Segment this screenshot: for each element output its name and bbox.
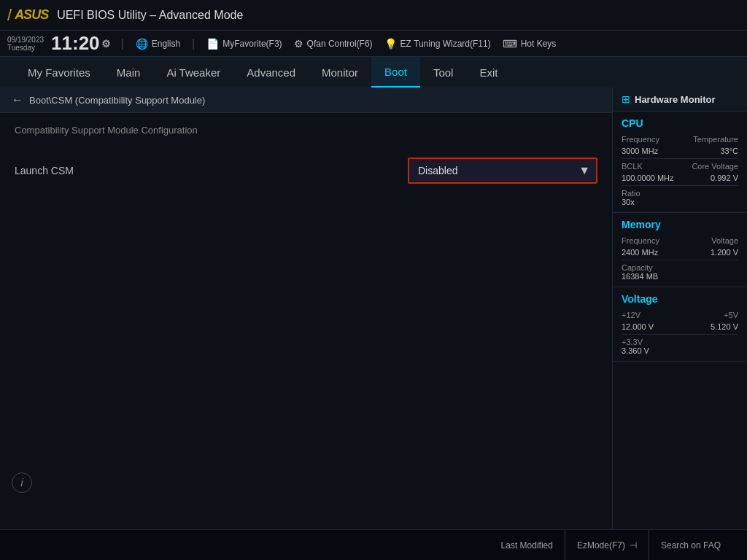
cpu-temp-value: 33°C [720, 147, 738, 155]
mem-capacity-value: 16384 MB [622, 272, 738, 281]
launch-csm-label: Launch CSM [15, 165, 408, 176]
memory-section: Memory Frequency Voltage 2400 MHz 1.200 … [613, 213, 747, 287]
ez-mode-icon: ⊣ [630, 540, 637, 551]
cpu-corevoltage-value: 0.992 V [711, 174, 738, 182]
cpu-freq-label: Frequency [622, 135, 659, 144]
cpu-temp-label: Temperature [693, 135, 738, 144]
language-selector[interactable]: 🌐 English [130, 35, 186, 52]
date-text: 09/19/2023 [7, 36, 44, 44]
hw-monitor-header: ⊞ Hardware Monitor [613, 88, 747, 112]
date-section: 09/19/2023 Tuesday [7, 36, 44, 52]
mem-capacity-label: Capacity [622, 263, 738, 272]
qfan-label: Qfan Control(F6) [307, 39, 373, 49]
mem-freq-label: Frequency [622, 236, 659, 245]
hot-keys-button[interactable]: ⌨ Hot Keys [497, 35, 562, 52]
cpu-corevoltage-label: Core Voltage [692, 162, 738, 171]
mem-freq-row: Frequency Voltage [622, 236, 738, 245]
hw-monitor-title: Hardware Monitor [635, 94, 716, 105]
voltage-12-row: +12V +5V [622, 311, 738, 319]
config-row-launch-csm: Launch CSM Disabled Enabled ▼ [15, 150, 597, 191]
day-text: Tuesday [7, 44, 44, 52]
nav-ai-tweaker[interactable]: Ai Tweaker [153, 57, 233, 88]
time-display: 11:20 ⚙ [51, 32, 111, 55]
config-section: Compatibility Support Module Configurati… [0, 113, 612, 203]
voltage-12v-value: 12.000 V [622, 322, 654, 331]
divider-1: | [121, 37, 124, 50]
main-nav: My Favorites Main Ai Tweaker Advanced Mo… [0, 57, 747, 88]
nav-ai-tweaker-label: Ai Tweaker [166, 66, 220, 79]
nav-boot[interactable]: Boot [371, 57, 420, 88]
globe-icon: 🌐 [136, 38, 148, 50]
voltage-12v-label: +12V [622, 311, 640, 319]
breadcrumb-text: Boot\CSM (Compatibility Support Module) [29, 95, 205, 106]
last-modified-label: Last Modified [501, 540, 553, 551]
hot-keys-label: Hot Keys [521, 39, 557, 49]
cpu-bclk-label: BCLK [622, 162, 643, 171]
nav-main-label: Main [117, 66, 141, 79]
cpu-ratio-label: Ratio [622, 189, 738, 198]
language-label: English [152, 39, 180, 49]
cpu-bclk-val-row: 100.0000 MHz 0.992 V [622, 174, 738, 182]
nav-tool-label: Tool [433, 66, 454, 79]
main-content: ← Boot\CSM (Compatibility Support Module… [0, 88, 613, 529]
cpu-ratio-value: 30x [622, 198, 738, 206]
cpu-freq-val-row: 3000 MHz 33°C [622, 147, 738, 155]
info-section: i [12, 472, 32, 493]
launch-csm-control: Disabled Enabled ▼ [408, 158, 597, 184]
bookmark-icon: 📄 [206, 38, 219, 50]
keyboard-icon: ⌨ [503, 38, 517, 50]
divider-2: | [192, 37, 195, 50]
ez-tuning-label: EZ Tuning Wizard(F11) [400, 39, 491, 49]
cpu-bclk-row: BCLK Core Voltage [622, 162, 738, 171]
datetime-bar: 09/19/2023 Tuesday 11:20 ⚙ | 🌐 English |… [0, 31, 747, 57]
header-title: UEFI BIOS Utility – Advanced Mode [57, 9, 243, 22]
cpu-section: CPU Frequency Temperature 3000 MHz 33°C … [613, 112, 747, 213]
cpu-bclk-value: 100.0000 MHz [622, 174, 674, 182]
status-bar: Last Modified EzMode(F7) ⊣ Search on FAQ [0, 529, 747, 560]
back-arrow-icon[interactable]: ← [12, 93, 23, 106]
nav-monitor[interactable]: Monitor [309, 57, 371, 88]
mem-voltage-label: Voltage [711, 236, 738, 245]
nav-my-favorites[interactable]: My Favorites [15, 57, 104, 88]
nav-monitor-label: Monitor [322, 66, 358, 79]
cpu-freq-value: 3000 MHz [622, 147, 658, 155]
ez-mode-button[interactable]: EzMode(F7) ⊣ [565, 530, 649, 561]
myfavorite-label: MyFavorite(F3) [222, 39, 282, 49]
search-faq-button[interactable]: Search on FAQ [649, 530, 732, 561]
ez-mode-label: EzMode(F7) [577, 540, 625, 551]
nav-exit[interactable]: Exit [466, 57, 511, 88]
nav-tool[interactable]: Tool [420, 57, 467, 88]
monitor-icon: ⊞ [622, 93, 630, 105]
voltage-5v-value: 5.120 V [711, 322, 738, 331]
launch-csm-dropdown[interactable]: Disabled Enabled [409, 159, 596, 182]
hw-monitor-panel: ⊞ Hardware Monitor CPU Frequency Tempera… [613, 88, 747, 529]
fan-icon: ⚙ [294, 38, 303, 50]
asus-logo-slash: / [7, 6, 12, 25]
time-value: 11:20 [51, 32, 100, 55]
voltage-5v-label: +5V [724, 311, 738, 319]
mem-voltage-value: 1.200 V [711, 248, 738, 257]
myfavorite-button[interactable]: 📄 MyFavorite(F3) [201, 35, 287, 52]
nav-main[interactable]: Main [104, 57, 154, 88]
nav-advanced[interactable]: Advanced [233, 57, 309, 88]
cpu-section-title: CPU [622, 117, 738, 129]
mem-freq-val-row: 2400 MHz 1.200 V [622, 248, 738, 257]
memory-section-title: Memory [622, 219, 738, 230]
nav-boot-label: Boot [384, 66, 407, 78]
info-icon: i [12, 472, 32, 493]
nav-exit-label: Exit [479, 66, 498, 79]
asus-logo: / ASUS [7, 6, 48, 25]
mem-freq-value: 2400 MHz [622, 248, 658, 257]
last-modified-button[interactable]: Last Modified [489, 530, 565, 561]
config-title: Compatibility Support Module Configurati… [15, 125, 597, 136]
nav-advanced-label: Advanced [247, 66, 295, 79]
voltage-33v-label: +3.3V [622, 338, 738, 346]
ez-tuning-button[interactable]: 💡 EZ Tuning Wizard(F11) [379, 35, 497, 52]
launch-csm-dropdown-wrapper: Disabled Enabled ▼ [408, 158, 597, 184]
qfan-button[interactable]: ⚙ Qfan Control(F6) [288, 35, 379, 52]
header-bar: / ASUS UEFI BIOS Utility – Advanced Mode [0, 0, 747, 31]
voltage-12-val-row: 12.000 V 5.120 V [622, 322, 738, 331]
settings-gear-icon[interactable]: ⚙ [101, 38, 111, 50]
content-area: ← Boot\CSM (Compatibility Support Module… [0, 88, 747, 529]
breadcrumb-bar: ← Boot\CSM (Compatibility Support Module… [0, 88, 612, 113]
